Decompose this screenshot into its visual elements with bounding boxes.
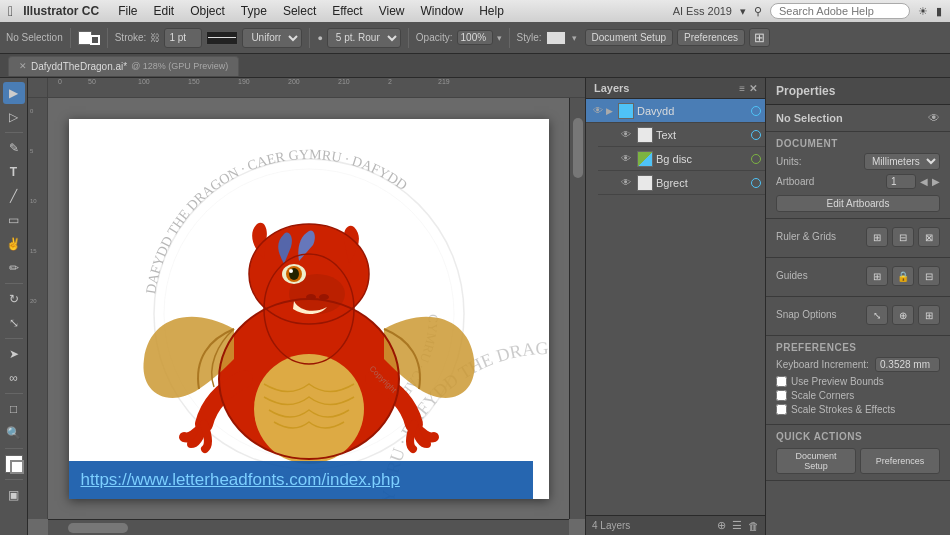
doc-setup-quick-btn[interactable]: Document Setup: [776, 448, 856, 474]
layer-target-circle-bgdisc[interactable]: [751, 154, 761, 164]
hscroll-thumb[interactable]: [68, 523, 128, 533]
properties-header: Properties: [766, 78, 950, 105]
layer-target-circle-bgrect[interactable]: [751, 178, 761, 188]
menu-file[interactable]: File: [111, 2, 144, 20]
artboard-tool[interactable]: □: [3, 398, 25, 420]
snap-pixel-btn[interactable]: ⊞: [918, 305, 940, 325]
grid-options-btn[interactable]: ⊠: [918, 227, 940, 247]
menu-effect[interactable]: Effect: [325, 2, 369, 20]
menu-edit[interactable]: Edit: [146, 2, 181, 20]
visibility-icon-bgdisc[interactable]: 👁: [618, 151, 634, 167]
snap-grid-btn[interactable]: ⤡: [866, 305, 888, 325]
show-grid-btn[interactable]: ⊟: [892, 227, 914, 247]
menu-type[interactable]: Type: [234, 2, 274, 20]
scale-tool[interactable]: ⤡: [3, 312, 25, 334]
show-rulers-btn[interactable]: ⊞: [866, 227, 888, 247]
artboard-input[interactable]: [886, 174, 916, 189]
line-tool[interactable]: ╱: [3, 185, 25, 207]
tools-separator-5: [5, 448, 23, 449]
prefs-quick-btn[interactable]: Preferences: [860, 448, 940, 474]
artboard-row: Artboard ◀ ▶: [776, 174, 940, 189]
layers-collapse-icon[interactable]: ✕: [749, 83, 757, 94]
fill-indicator[interactable]: [5, 455, 23, 473]
stroke-swatch[interactable]: [90, 35, 100, 45]
rect-tool[interactable]: ▭: [3, 209, 25, 231]
layer-options-icon[interactable]: ☰: [732, 519, 742, 532]
menu-window[interactable]: Window: [414, 2, 471, 20]
layer-thumbnail: [618, 103, 634, 119]
snap-point-btn[interactable]: ⊕: [892, 305, 914, 325]
layer-name-bgdisc: Bg disc: [656, 153, 749, 165]
no-selection-label: No Selection: [6, 32, 63, 43]
preferences-section: Preferences Keyboard Increment: 0.3528 m…: [766, 336, 950, 425]
visibility-icon[interactable]: 👁: [590, 103, 606, 119]
tools-separator-3: [5, 338, 23, 339]
expand-arrow-icon[interactable]: ▶: [606, 106, 613, 116]
menu-object[interactable]: Object: [183, 2, 232, 20]
screen-mode-button[interactable]: ▣: [3, 484, 25, 506]
search-input[interactable]: [770, 3, 910, 19]
pencil-tool[interactable]: ✏: [3, 257, 25, 279]
style-swatch[interactable]: [546, 31, 566, 45]
blend-tool[interactable]: ∞: [3, 367, 25, 389]
preview-bounds-checkbox[interactable]: [776, 376, 787, 387]
zoom-tool[interactable]: 🔍: [3, 422, 25, 444]
pen-tool[interactable]: ✎: [3, 137, 25, 159]
prev-artboard-icon[interactable]: ◀: [920, 176, 928, 187]
units-row: Units: Millimeters: [776, 153, 940, 170]
units-select[interactable]: Millimeters: [864, 153, 940, 170]
horizontal-scrollbar[interactable]: [48, 519, 569, 535]
canvas-wrapper[interactable]: DAFYDD THE DRAGON · CAER GYMRU · DAFYDD …: [48, 98, 569, 519]
selection-tool[interactable]: ▶: [3, 82, 25, 104]
ruler-grids-label: Ruler & Grids: [776, 231, 862, 242]
vertical-scrollbar[interactable]: [569, 98, 585, 519]
eyedropper-tool[interactable]: ➤: [3, 343, 25, 365]
vscroll-thumb[interactable]: [573, 118, 583, 178]
delete-layer-icon[interactable]: 🗑: [748, 520, 759, 532]
ruler-grids-row: Ruler & Grids ⊞ ⊟ ⊠: [776, 225, 940, 247]
layer-target-circle[interactable]: [751, 106, 761, 116]
scale-corners-checkbox[interactable]: [776, 390, 787, 401]
lock-guides-btn[interactable]: 🔒: [892, 266, 914, 286]
vertical-ruler: 0 5 10 15 20: [28, 98, 48, 519]
stroke-round-select[interactable]: 5 pt. Round: [327, 28, 401, 48]
scale-corners-row: Scale Corners: [776, 390, 940, 401]
layer-row-text[interactable]: 👁 Text: [598, 123, 765, 147]
scale-strokes-checkbox[interactable]: [776, 404, 787, 415]
rotate-tool[interactable]: ↻: [3, 288, 25, 310]
opacity-input[interactable]: [457, 30, 493, 45]
preferences-toolbar-button[interactable]: Preferences: [677, 29, 745, 46]
stroke-width-input[interactable]: [164, 28, 202, 48]
layers-menu-icon[interactable]: ≡: [739, 83, 745, 94]
quick-actions-section: Quick Actions Document Setup Preferences: [766, 425, 950, 481]
direct-selection-tool[interactable]: ▷: [3, 106, 25, 128]
paintbrush-tool[interactable]: ✌: [3, 233, 25, 255]
visibility-icon-text[interactable]: 👁: [618, 127, 634, 143]
guides-row: Guides ⊞ 🔒 ⊟: [776, 264, 940, 286]
url-bar: https://www.letterheadfonts.com/index.ph…: [69, 461, 533, 499]
keyboard-increment-row: Keyboard Increment: 0.3528 mm: [776, 357, 940, 372]
layer-thumbnail-bgdisc: [637, 151, 653, 167]
layer-row-bgrect[interactable]: 👁 Bgrect: [598, 171, 765, 195]
stroke-type-select[interactable]: Uniform: [242, 28, 302, 48]
next-artboard-icon[interactable]: ▶: [932, 176, 940, 187]
main-area: ▶ ▷ ✎ T ╱ ▭ ✌ ✏ ↻ ⤡ ➤ ∞ □ 🔍 ▣ 0 50 100: [0, 78, 950, 535]
show-guides-btn[interactable]: ⊞: [866, 266, 888, 286]
visibility-icon-bgrect[interactable]: 👁: [618, 175, 634, 191]
tab-close-btn[interactable]: ✕: [19, 61, 27, 71]
guides-label: Guides: [776, 270, 862, 281]
layer-row-bgdisc[interactable]: 👁 Bg disc: [598, 147, 765, 171]
file-tab[interactable]: ✕ DafyddTheDragon.ai* @ 128% (GPU Previe…: [8, 56, 239, 76]
document-setup-button[interactable]: Document Setup: [585, 29, 674, 46]
layer-row-davydd[interactable]: 👁 ▶ Davydd: [586, 99, 765, 123]
keyboard-increment-input[interactable]: 0.3528 mm: [875, 357, 940, 372]
menu-select[interactable]: Select: [276, 2, 323, 20]
arrange-button[interactable]: ⊞: [749, 28, 770, 47]
clear-guides-btn[interactable]: ⊟: [918, 266, 940, 286]
layer-target-circle-text[interactable]: [751, 130, 761, 140]
add-layer-icon[interactable]: ⊕: [717, 519, 726, 532]
menu-help[interactable]: Help: [472, 2, 511, 20]
menu-view[interactable]: View: [372, 2, 412, 20]
type-tool[interactable]: T: [3, 161, 25, 183]
edit-artboards-button[interactable]: Edit Artboards: [776, 195, 940, 212]
